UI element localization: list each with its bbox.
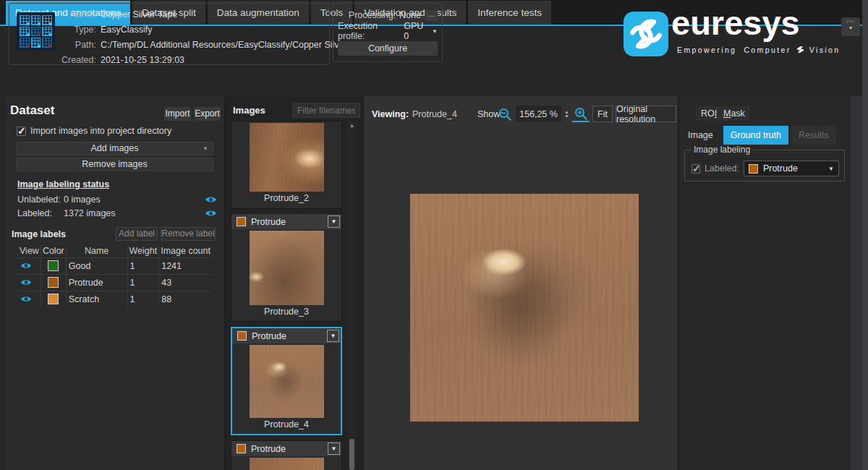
import-images-checkbox-label: Import images into project directory [30, 126, 171, 136]
ground-truth-label-dropdown[interactable]: Protrude ▼ [744, 161, 839, 176]
add-images-button[interactable]: Add images ▼ [16, 142, 213, 155]
euresys-wordmark: euresys [671, 3, 800, 43]
chevron-down-icon[interactable]: ▼ [328, 215, 340, 228]
label-color-swatch [749, 164, 758, 174]
roi-button[interactable]: ROI [697, 106, 721, 121]
table-row[interactable]: Scratch 1 88 [18, 291, 212, 307]
label-color-swatch [237, 444, 246, 453]
col-view: View [18, 245, 41, 257]
dataset-panel-title: Dataset [10, 103, 54, 118]
labeled-label: Labeled: [17, 208, 64, 218]
labeled-visibility-eye-icon[interactable] [205, 209, 217, 218]
tab-ground-truth[interactable]: Ground truth [723, 126, 788, 145]
project-created-label: Created: [59, 55, 96, 65]
card-label-text: Protrude [251, 217, 286, 227]
thumbnail-caption: Protrude_2 [231, 192, 341, 205]
remove-label-button[interactable]: Remove label [161, 227, 216, 241]
execution-profile-dropdown-icon[interactable]: ▼ [432, 28, 438, 35]
original-resolution-button[interactable]: Original resolution [616, 106, 676, 122]
zoom-percentage-field[interactable]: 156,25 % [516, 106, 561, 122]
label-weight[interactable]: 1 [127, 291, 159, 307]
tagline-word: Computer [744, 46, 791, 54]
image-viewer: Viewing: Protrude_4 Show: 156,25 % ▲▼ Fi… [362, 96, 679, 470]
unlabeled-visibility-eye-icon[interactable] [205, 195, 217, 204]
images-panel: Images Protrude_2 Protrude ▼ Protrude_3 … [225, 96, 362, 470]
fit-button[interactable]: Fit [592, 106, 613, 122]
configure-button[interactable]: Configure [338, 41, 438, 56]
add-label-button[interactable]: Add label [116, 227, 158, 241]
processing-box: Processing: None ... Execution profile: … [333, 3, 443, 62]
filter-filenames-input[interactable] [292, 103, 360, 118]
window-edge-scrollbar[interactable] [862, 0, 868, 470]
card-label-dropdown[interactable]: Protrude ▼ [231, 441, 341, 456]
card-label-text: Protrude [251, 444, 286, 454]
label-name[interactable]: Scratch [66, 291, 127, 307]
label-color-swatch[interactable] [48, 277, 59, 288]
chevron-down-icon[interactable]: ▼ [327, 330, 339, 342]
processing-more-button[interactable]: ... [425, 10, 438, 21]
labeled-checkbox[interactable] [692, 164, 700, 174]
card-label-dropdown[interactable]: Protrude ▼ [231, 214, 341, 229]
image-labels-title: Image labels [12, 229, 66, 239]
thumbnail-image[interactable] [250, 231, 324, 305]
tab-inference-tests[interactable]: Inference tests [468, 1, 551, 25]
project-type-label: Type: [59, 25, 96, 35]
label-color-swatch[interactable] [48, 294, 59, 304]
image-card-protrude-2[interactable]: Protrude_2 [231, 121, 342, 209]
zoom-in-button[interactable] [572, 106, 590, 122]
spin-down-icon: ▼ [564, 114, 569, 118]
thumbnail-image[interactable] [250, 123, 324, 192]
tab-image[interactable]: Image [681, 126, 720, 145]
col-weight: Weight [127, 245, 159, 257]
import-button[interactable]: Import [164, 107, 191, 121]
image-card-protrude-3[interactable]: Protrude ▼ Protrude_3 [231, 213, 342, 322]
table-row[interactable]: Protrude 1 43 [18, 274, 212, 291]
row-eye-icon[interactable] [20, 278, 38, 286]
label-image-count: 88 [159, 291, 212, 307]
image-card-next[interactable]: Protrude ▼ [231, 440, 342, 470]
options-button[interactable]: ▫▫▫ ▼ [841, 17, 860, 36]
project-path-label: Path: [59, 40, 96, 50]
chevron-down-icon: ▼ [841, 26, 860, 30]
row-eye-icon[interactable] [20, 295, 38, 303]
label-weight[interactable]: 1 [127, 274, 159, 291]
remove-images-button[interactable]: Remove images [16, 158, 213, 171]
labels-table: View Color Name Weight Image count Good … [18, 245, 212, 307]
add-images-dropdown-icon[interactable]: ▼ [203, 142, 208, 155]
table-row[interactable]: Good 1 1241 [18, 257, 212, 274]
images-panel-title: Images [233, 105, 265, 116]
label-weight[interactable]: 1 [127, 257, 159, 274]
label-name[interactable]: Good [66, 257, 127, 274]
images-list-scrollbar[interactable]: ▲ [347, 121, 357, 470]
project-type-icon [17, 12, 55, 51]
thumbnail-image[interactable] [250, 345, 324, 418]
viewed-image-protrude-4[interactable] [410, 194, 639, 422]
label-color-swatch[interactable] [48, 260, 59, 271]
project-created-value: 2021-10-25 13:29:03 [96, 55, 369, 65]
zoom-out-icon [498, 107, 512, 121]
thumbnail-caption: Protrude_3 [231, 305, 341, 319]
processing-label: Processing: [349, 10, 396, 20]
project-type-value: EasyClassify [96, 25, 369, 35]
project-info-rows: Name: Copper Silver Tape Type: EasyClass… [59, 9, 319, 65]
mask-button[interactable]: Mask [719, 106, 749, 121]
zoom-spinner[interactable]: ▲▼ [563, 106, 571, 122]
scroll-up-arrow-icon[interactable]: ▲ [347, 121, 357, 131]
thumbnail-image[interactable] [250, 458, 324, 470]
tab-results[interactable]: Results [791, 126, 836, 145]
label-color-swatch [237, 217, 246, 226]
label-name[interactable]: Protrude [66, 274, 127, 291]
import-images-checkbox[interactable] [17, 127, 26, 136]
scrollbar-thumb[interactable] [349, 439, 354, 470]
export-button[interactable]: Export [194, 107, 221, 121]
row-eye-icon[interactable] [20, 262, 38, 270]
zoom-out-button[interactable] [496, 106, 514, 122]
chevron-down-icon[interactable]: ▼ [828, 166, 834, 172]
execution-profile-value[interactable]: GPU 0 [404, 21, 428, 41]
card-label-dropdown[interactable]: Protrude ▼ [232, 328, 341, 343]
chevron-down-icon[interactable]: ▼ [328, 443, 340, 455]
image-labeling-status-title: Image labeling status [17, 179, 109, 189]
tagline-word: Vision [809, 46, 841, 54]
image-card-protrude-4-selected[interactable]: Protrude ▼ Protrude_4 [231, 327, 342, 435]
processing-value: None [399, 10, 421, 20]
